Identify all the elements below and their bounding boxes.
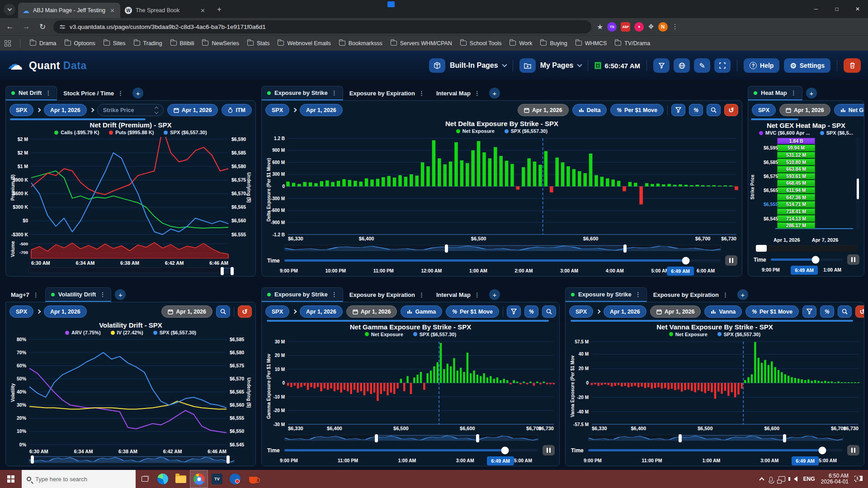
pause-button[interactable] [847,254,859,265]
heatmap-cell[interactable]: 611.94 M [777,187,815,194]
legend-item[interactable]: ARV (7.75%) [65,330,101,335]
time-slider-knob[interactable] [682,257,689,264]
bookmark-item[interactable]: Webnovel Emails [274,38,335,49]
tab-exposure-by-strike[interactable]: Exposure by Strike⋮ [261,287,343,302]
gamma-pill[interactable]: Gamma [401,305,442,318]
navigator-handle[interactable] [226,455,230,464]
add-tab-button[interactable]: + [489,289,500,300]
legend-item[interactable]: IV (27.42%) [111,330,143,335]
time-slider[interactable] [284,259,721,262]
microphone-icon[interactable] [769,477,773,482]
browser-tab-active[interactable]: ☁ ABJ Main Page - Jeff Testing ✕ [18,3,120,18]
pct-button[interactable]: % [524,305,538,318]
horizontal-scrollbar[interactable] [567,320,862,322]
kebab-icon[interactable]: ⋮ [331,291,337,298]
kebab-icon[interactable]: ⋮ [635,291,641,298]
legend-item[interactable]: SPX ($6,5... [820,130,853,136]
taskbar-search[interactable]: Type here to search [22,470,136,488]
strike-price-select[interactable]: Strike Price [97,104,164,116]
taskbar-app-media[interactable] [226,470,244,488]
kebab-icon[interactable]: ⋮ [722,291,728,298]
chart-navigator[interactable] [28,267,235,273]
heatmap-cell[interactable]: 647.36 M [777,194,815,201]
legend-item[interactable]: SPX ($6,557.30) [505,128,547,134]
funnel-button[interactable] [507,305,521,318]
horizontal-scrollbar[interactable] [264,320,557,322]
apr-1-2026-pill[interactable]: Apr 1, 2026 [518,104,569,116]
navigator-handle[interactable] [221,267,224,275]
per-1-move-pill[interactable]: %Per $1 Move [446,305,499,318]
search-button[interactable] [542,305,556,318]
profile-avatar[interactable]: N [658,22,668,32]
tab-exposure-by-strike[interactable]: Exposure by Strike⋮ [565,287,647,302]
tab-stock-price-time[interactable]: Stock Price / Time⋮ [58,86,129,100]
bookmark-item[interactable]: Trading [130,38,166,49]
chart-navigator[interactable] [284,435,538,441]
tray-chevron-up-icon[interactable] [759,477,764,482]
my-pages-menu[interactable]: My Pages [519,58,582,73]
browser-menu-icon[interactable]: ⋮ [672,23,679,31]
window-minimize-button[interactable]: ─ [806,0,826,18]
vanna-pill[interactable]: Vanna [704,305,742,318]
taskbar-app-cup[interactable] [244,470,262,488]
apr-1-2026-pill[interactable]: Apr 1, 2026 [300,305,343,318]
navigator-selection[interactable] [32,456,228,463]
funnel-button[interactable] [671,104,685,116]
bookmark-item[interactable]: Buying [536,38,571,49]
pause-button[interactable] [542,445,555,455]
bookmark-item[interactable]: WHMCS [571,38,611,49]
navigator-handle[interactable] [445,244,448,253]
legend-item[interactable]: Net Exposure [669,332,708,337]
tab-exposure-by-strike[interactable]: Exposure by Strike⋮ [261,86,343,100]
time-slider-knob[interactable] [811,256,819,263]
chart-navigator[interactable] [28,456,235,463]
add-tab-button[interactable]: + [132,88,143,99]
add-tab-button[interactable]: + [115,289,126,300]
heatmap-cell[interactable]: 663.84 M [777,166,815,173]
heatmap-cell[interactable]: 1.84 B [777,138,815,145]
apr-1-2026-pill[interactable]: Apr 1, 2026 [44,104,87,116]
extension-badge-abp[interactable]: ABP [621,22,630,32]
legend-item[interactable]: SPX ($6,557.30) [164,130,207,135]
tab-interval-map[interactable]: Interval Map⋮ [431,86,486,100]
legend-item[interactable]: SPX ($6,557.30) [413,332,456,337]
bookmark-item[interactable]: TV/Drama [611,38,654,49]
kebab-icon[interactable]: ⋮ [474,90,480,97]
bookmark-item[interactable]: Stats [243,38,274,49]
apr-1-2026-pill[interactable]: Apr 1, 2026 [300,104,343,116]
quantdata-logo[interactable]: ☁☁ Quant Data [7,58,87,73]
tab-volatility-drift[interactable]: Volatility Drift⋮ [45,287,112,302]
pct-button[interactable]: % [689,104,703,116]
delta-pill[interactable]: Delta [572,104,607,116]
speaker-icon[interactable] [791,476,797,482]
kebab-icon[interactable]: ⋮ [33,291,39,298]
horizontal-scrollbar[interactable] [750,118,862,120]
chart-navigator[interactable] [588,435,843,441]
back-button[interactable]: ← [5,22,15,31]
edit-pencil-button[interactable]: ✎ [694,58,710,73]
add-tab-button[interactable]: + [806,88,817,99]
reload-button[interactable]: ↻ [37,22,48,32]
time-slider[interactable] [588,449,843,451]
navigator-handle[interactable] [31,455,34,464]
reset-button[interactable]: ↺ [724,104,738,116]
heatmap-cell[interactable]: 531.12 M [777,152,815,159]
extension-badge-pink[interactable]: ♦ [634,22,644,32]
spx-pill[interactable]: SPX [265,104,289,116]
address-bar[interactable]: v3.quantdata.us/page/custom/3bdaa9b2-c8d… [53,20,591,33]
legend-item[interactable]: Calls (-$95.79 K) [54,130,99,135]
apps-grid-icon[interactable] [5,40,11,47]
kebab-icon[interactable]: ⋮ [419,291,425,298]
tab-exposure-by-expiration[interactable]: Exposure by Expiration⋮ [648,287,734,302]
navigator-handle[interactable] [231,267,234,275]
taskbar-app-file-explorer[interactable] [172,470,190,488]
tab-exposure-by-expiration[interactable]: Exposure by Expiration⋮ [344,86,430,100]
forward-button[interactable]: → [21,22,32,31]
apr-1-2026-pill[interactable]: Apr 1, 2026 [779,104,830,116]
legend-item[interactable]: SPX ($6,557.30) [153,330,196,335]
filter-button[interactable] [653,58,670,73]
site-settings-icon[interactable] [60,25,65,28]
search-button[interactable] [707,104,721,116]
navigator-handle[interactable] [375,434,378,442]
tab-close-icon[interactable]: ✕ [199,7,206,14]
